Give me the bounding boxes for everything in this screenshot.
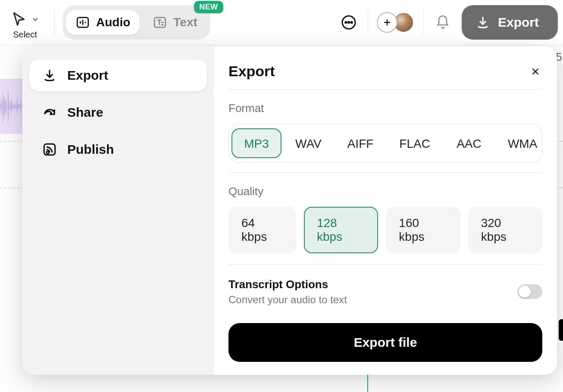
svg-rect-6 — [44, 144, 55, 155]
export-modal: Export Share Publish Export — [22, 47, 557, 375]
transcript-row: Transcript Options Convert your audio to… — [228, 278, 542, 306]
sidebar-item-export[interactable]: Export — [29, 59, 207, 91]
toolbar-separator — [54, 9, 55, 35]
transcript-title: Transcript Options — [228, 278, 347, 291]
text-icon — [153, 15, 167, 30]
chat-button[interactable] — [338, 12, 359, 33]
download-icon — [475, 15, 490, 30]
transcript-subtitle: Convert your audio to text — [228, 294, 347, 306]
bell-icon — [435, 15, 450, 30]
share-icon — [42, 105, 57, 120]
select-tool[interactable]: Select — [3, 6, 47, 40]
chevron-down-icon — [31, 15, 40, 24]
modal-main: Export Format MP3 WAV AIFF FLAC AAC WMA … — [214, 47, 557, 375]
svg-point-3 — [345, 22, 347, 23]
mode-audio-label: Audio — [96, 16, 130, 29]
format-option-mp3[interactable]: MP3 — [231, 128, 282, 158]
format-option-flac[interactable]: FLAC — [387, 128, 442, 158]
format-option-aiff[interactable]: AIFF — [335, 128, 386, 158]
format-label: Format — [228, 102, 542, 115]
format-option-wma[interactable]: WMA — [496, 128, 542, 158]
select-tool-label: Select — [13, 30, 37, 40]
toolbar-separator — [423, 9, 424, 35]
quality-label: Quality — [228, 185, 542, 198]
plus-icon — [382, 17, 392, 28]
mode-text[interactable]: Text — [143, 10, 207, 35]
export-button[interactable]: Export — [462, 5, 558, 40]
close-button[interactable] — [529, 65, 542, 78]
toolbar-separator — [368, 9, 368, 35]
export-button-label: Export — [498, 15, 539, 30]
quality-option-160[interactable]: 160 kbps — [386, 207, 460, 253]
modal-title: Export — [228, 63, 275, 80]
svg-point-5 — [351, 22, 352, 23]
waveform-clip[interactable] — [0, 79, 22, 134]
chat-icon — [340, 14, 357, 31]
mode-audio[interactable]: Audio — [66, 10, 140, 35]
modal-sidebar: Export Share Publish — [22, 47, 214, 375]
cursor-icon — [10, 11, 28, 28]
sidebar-item-label: Publish — [67, 142, 114, 157]
sidebar-item-label: Share — [67, 105, 103, 120]
sidebar-item-publish[interactable]: Publish — [29, 134, 207, 165]
rss-icon — [42, 142, 57, 157]
divider — [228, 172, 542, 173]
sidebar-item-share[interactable]: Share — [29, 96, 207, 128]
divider — [228, 264, 542, 265]
export-file-label: Export file — [354, 335, 417, 350]
mode-text-label: Text — [173, 16, 197, 29]
collaborators — [377, 12, 415, 33]
new-badge: NEW — [194, 1, 223, 13]
add-collaborator-button[interactable] — [377, 12, 397, 33]
format-option-wav[interactable]: WAV — [283, 128, 334, 158]
top-toolbar: Select Audio Text NEW — [0, 0, 563, 45]
format-option-aac[interactable]: AAC — [444, 128, 494, 158]
notifications-button[interactable] — [432, 12, 453, 33]
divider — [228, 89, 542, 90]
mode-switch: Audio Text NEW — [63, 5, 210, 40]
quality-option-320[interactable]: 320 kbps — [468, 207, 542, 253]
download-icon — [42, 68, 57, 83]
toggle-knob — [519, 286, 531, 298]
close-icon — [530, 66, 541, 77]
playhead[interactable] — [367, 375, 368, 392]
quality-option-128[interactable]: 128 kbps — [304, 207, 378, 253]
sidebar-item-label: Export — [67, 68, 108, 83]
export-file-button[interactable]: Export file — [228, 323, 542, 362]
quality-options: 64 kbps 128 kbps 160 kbps 320 kbps — [228, 207, 542, 253]
format-options: MP3 WAV AIFF FLAC AAC WMA — [228, 124, 542, 163]
waveform-icon — [75, 15, 90, 30]
quality-option-64[interactable]: 64 kbps — [228, 207, 296, 253]
transcript-toggle[interactable] — [517, 284, 542, 299]
scroll-handle[interactable] — [559, 319, 563, 341]
svg-point-4 — [348, 22, 349, 23]
